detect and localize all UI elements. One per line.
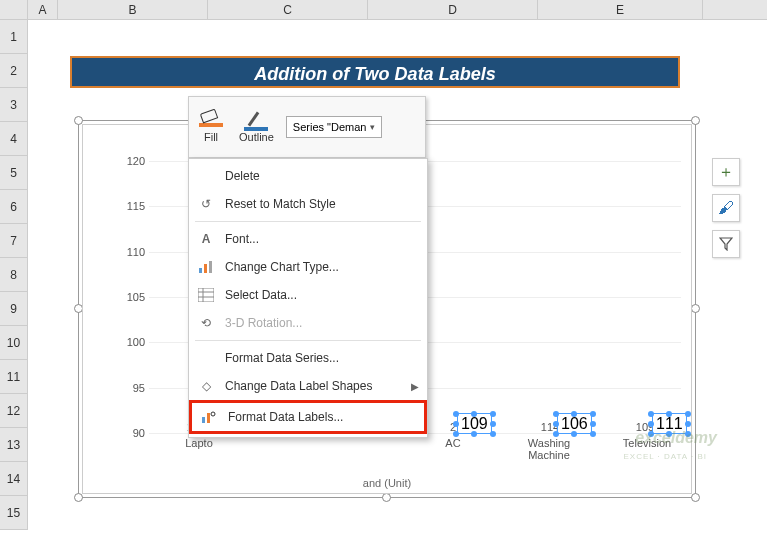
chart-elements-button[interactable]: ＋ [712,158,740,186]
menu-font[interactable]: A Font... [189,225,427,253]
resize-handle[interactable] [74,493,83,502]
row-header[interactable]: 1 [0,20,28,54]
menu-change-chart-type[interactable]: Change Chart Type... [189,253,427,281]
menu-format-data-labels[interactable]: Format Data Labels... [189,400,427,434]
x-label: Lapto [159,437,239,449]
resize-handle[interactable] [382,493,391,502]
row-header[interactable]: 10 [0,326,28,360]
row-header[interactable]: 3 [0,88,28,122]
mini-toolbar: Fill Outline Series "Deman ▾ [188,96,426,158]
watermark-subtitle: EXCEL · DATA · BI [623,452,707,461]
y-tick: 95 [133,382,145,394]
select-data-icon [197,286,215,304]
chevron-down-icon: ▾ [370,122,375,132]
chart-type-icon [197,258,215,276]
row-header[interactable]: 6 [0,190,28,224]
y-tick: 115 [127,200,145,212]
menu-3d-rotation: ⟲ 3-D Rotation... [189,309,427,337]
menu-label: Change Chart Type... [225,260,339,274]
menu-format-data-series[interactable]: Format Data Series... [189,344,427,372]
submenu-arrow-icon: ▶ [411,381,419,392]
resize-handle[interactable] [691,493,700,502]
column-headers: A B C D E [0,0,767,20]
rotation-icon: ⟲ [197,314,215,332]
resize-handle[interactable] [691,116,700,125]
blank-icon [197,349,215,367]
resize-handle[interactable] [691,304,700,313]
row-header[interactable]: 9 [0,292,28,326]
svg-rect-0 [199,268,202,273]
row-header[interactable]: 11 [0,360,28,394]
y-tick: 100 [127,336,145,348]
menu-label: Format Data Labels... [228,410,343,424]
col-header-D[interactable]: D [368,0,538,19]
menu-label: Change Data Label Shapes [225,379,372,393]
menu-label: Font... [225,232,259,246]
y-tick: 90 [133,427,145,439]
shapes-icon: ◇ [197,377,215,395]
svg-rect-1 [204,264,207,273]
format-labels-icon [200,408,218,426]
row-header[interactable]: 13 [0,428,28,462]
plus-icon: ＋ [718,162,734,183]
menu-select-data[interactable]: Select Data... [189,281,427,309]
menu-label: Select Data... [225,288,297,302]
svg-rect-8 [207,413,210,423]
menu-label: Delete [225,169,260,183]
chart-styles-button[interactable]: 🖌 [712,194,740,222]
row-header[interactable]: 12 [0,394,28,428]
menu-label: 3-D Rotation... [225,316,302,330]
x-axis-title: and (Unit) [83,477,691,489]
x-axis-labels: Lapto AC Washing Machine Television [149,437,681,467]
row-headers: 1 2 3 4 5 6 7 8 9 10 11 12 13 14 15 [0,20,28,530]
menu-change-label-shapes[interactable]: ◇ Change Data Label Shapes ▶ [189,372,427,400]
row-header[interactable]: 5 [0,156,28,190]
x-label: Washing Machine [509,437,589,461]
watermark: exceldemy [635,429,717,447]
menu-reset-style[interactable]: ↺ Reset to Match Style [189,190,427,218]
outline-label: Outline [239,131,274,143]
fill-button[interactable]: Fill [195,109,227,145]
row-header[interactable]: 15 [0,496,28,530]
y-axis: 90 95 100 105 110 115 120 [119,161,149,433]
chart-side-buttons: ＋ 🖌 [712,158,740,258]
menu-label: Format Data Series... [225,351,339,365]
row-header[interactable]: 4 [0,122,28,156]
svg-point-9 [211,412,215,416]
font-icon: A [197,230,215,248]
col-header-B[interactable]: B [58,0,208,19]
page-title: Addition of Two Data Labels [70,56,680,88]
outline-button[interactable]: Outline [235,109,278,145]
outline-pen-icon [244,111,268,129]
series-dropdown-label: Series "Deman [293,121,367,133]
menu-delete[interactable]: Delete [189,162,427,190]
fill-bucket-icon [199,111,223,129]
svg-rect-7 [202,417,205,423]
row-header[interactable]: 8 [0,258,28,292]
row-header[interactable]: 7 [0,224,28,258]
context-menu: Delete ↺ Reset to Match Style A Font... … [188,158,428,438]
menu-label: Reset to Match Style [225,197,336,211]
funnel-icon [719,237,733,251]
select-all-corner[interactable] [0,0,28,19]
row-header[interactable]: 2 [0,54,28,88]
chart-filter-button[interactable] [712,230,740,258]
reset-icon: ↺ [197,195,215,213]
y-tick: 110 [127,246,145,258]
fill-label: Fill [204,131,218,143]
row-header[interactable]: 14 [0,462,28,496]
y-tick: 105 [127,291,145,303]
y-tick: 120 [127,155,145,167]
brush-icon: 🖌 [718,199,734,217]
svg-rect-3 [198,288,214,302]
col-header-C[interactable]: C [208,0,368,19]
blank-icon [197,167,215,185]
svg-rect-2 [209,261,212,273]
series-dropdown[interactable]: Series "Deman ▾ [286,116,383,138]
x-label: AC [413,437,493,449]
col-header-A[interactable]: A [28,0,58,19]
col-header-E[interactable]: E [538,0,703,19]
